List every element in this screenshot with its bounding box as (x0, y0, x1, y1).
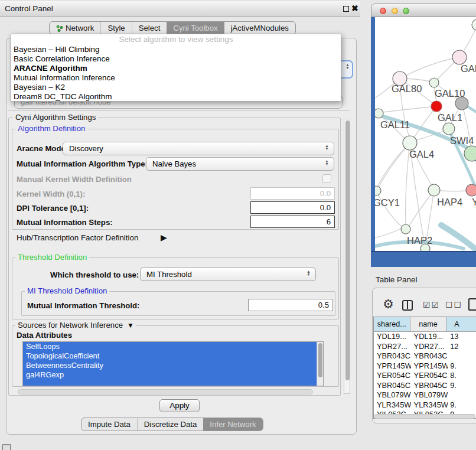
network-node[interactable] (455, 97, 468, 110)
algorithm-option-basic-correlation-inference[interactable]: Basic Correlation Inference (11, 54, 341, 64)
table-row[interactable]: YDR27...YDR27...12 (374, 342, 476, 352)
column-header-shared[interactable]: shared... (374, 317, 410, 331)
collapse-down-triangle-icon[interactable]: ▼ (125, 321, 134, 330)
network-edge[interactable] (409, 190, 434, 226)
attribute-item-betweennesscentrality[interactable]: BetweennessCentrality (23, 361, 323, 370)
table-cell[interactable] (448, 351, 476, 361)
network-node[interactable] (443, 123, 455, 135)
algorithm-option-bayesian-k2[interactable]: Bayesian – K2 (11, 83, 341, 92)
network-node[interactable] (464, 146, 476, 161)
columns-icon[interactable] (402, 300, 413, 311)
network-node[interactable] (472, 19, 476, 30)
table-row[interactable]: YER054CYER054C8. (374, 371, 476, 381)
table-cell[interactable]: YBR043C (374, 351, 411, 361)
table-cell[interactable]: YDR27... (374, 342, 411, 352)
table-cell[interactable]: YPR145W (411, 361, 448, 371)
table-cell[interactable]: YBL079W (411, 390, 448, 400)
dpi-tolerance-field[interactable]: 0.0 (250, 201, 335, 214)
network-edge[interactable] (401, 57, 459, 78)
network-edge[interactable] (375, 228, 402, 239)
table-cell[interactable] (448, 390, 476, 400)
table-hscrollbar[interactable] (374, 414, 475, 419)
network-edge[interactable] (375, 143, 410, 206)
table-cell[interactable]: 9. (448, 400, 476, 410)
table-cell[interactable]: YDL19... (374, 332, 411, 342)
unchecked-columns-icon[interactable]: ☐☐ (445, 300, 462, 309)
tab-impute-data[interactable]: Impute Data (81, 418, 137, 431)
traffic-light-zoom-icon[interactable] (403, 8, 409, 14)
table-cell[interactable]: YLR345W (411, 400, 448, 410)
network-node[interactable] (428, 184, 440, 196)
table-cell[interactable]: YBL079W (374, 390, 411, 400)
table-cell[interactable]: YPR145W (374, 361, 411, 371)
table-row[interactable]: YLR345WYLR345W9. (374, 400, 476, 410)
attribute-item-selfloops[interactable]: SelfLoops (23, 342, 323, 351)
traffic-light-minimize-icon[interactable] (392, 8, 398, 14)
settings-scrollbar[interactable] (344, 119, 350, 394)
table-cell[interactable]: YLR345W (374, 400, 411, 410)
table-cell[interactable]: YER054C (374, 371, 411, 381)
mi-threshold-field[interactable]: 0.5 (248, 299, 333, 311)
table-cell[interactable]: YBR043C (411, 351, 448, 361)
table-cell[interactable]: 9. (448, 361, 476, 371)
network-edge[interactable] (379, 143, 410, 187)
table-cell[interactable]: YBR045C (374, 381, 411, 391)
attributes-scrollbar-thumb[interactable] (318, 343, 322, 377)
network-node[interactable] (375, 186, 381, 195)
table-row[interactable]: YBL079WYBL079W (374, 390, 476, 400)
tab-network[interactable]: Network (50, 22, 100, 34)
table-row[interactable]: YDL19...YDL19...13 (374, 332, 476, 342)
network-edge[interactable] (376, 191, 402, 227)
mi-type-combo[interactable]: Naive Bayes ▲▼ (146, 157, 334, 171)
table-cell[interactable]: 13 (448, 332, 476, 342)
network-node[interactable] (431, 101, 442, 112)
which-threshold-combo[interactable]: MI Threshold ▲▼ (140, 268, 316, 281)
table-row[interactable]: YPR145WYPR145W9. (374, 361, 476, 371)
algorithm-option-mutual-information-inference[interactable]: Mutual Information Inference (11, 73, 341, 83)
network-node[interactable] (466, 184, 476, 196)
mi-steps-field[interactable]: 6 (250, 216, 335, 228)
attributes-list[interactable]: SelfLoopsTopologicalCoefficientBetweenne… (22, 341, 324, 386)
table-cell[interactable]: YER054C (411, 371, 448, 381)
table-cell[interactable]: 12 (448, 342, 476, 352)
minimized-panel-icon[interactable] (2, 444, 11, 450)
attributes-scrollbar[interactable] (317, 342, 323, 386)
attribute-item-topologicalcoefficient[interactable]: TopologicalCoefficient (23, 351, 323, 361)
gear-icon[interactable]: ⚙ (383, 297, 394, 311)
table-doc-icon[interactable] (468, 298, 476, 311)
attribute-item-partial[interactable] (23, 380, 323, 386)
algorithm-option-aracne-algorithm[interactable]: ARACNE Algorithm (11, 64, 341, 73)
tab-discretize-data[interactable]: Discretize Data (137, 418, 203, 431)
aracne-mode-combo[interactable]: Discovery ▲▼ (63, 142, 334, 155)
tab-select[interactable]: Select (132, 22, 167, 34)
table-row[interactable]: YBR043CYBR043C (374, 351, 476, 361)
settings-hscrollbar[interactable] (18, 389, 313, 394)
apply-button[interactable]: Apply (159, 399, 200, 412)
network-node[interactable] (429, 78, 439, 87)
tab-jactivemnodules[interactable]: jActiveMNodules (224, 22, 295, 34)
settings-scrollbar-thumb[interactable] (345, 120, 350, 380)
network-edge[interactable] (383, 106, 436, 112)
network-node[interactable] (403, 136, 417, 150)
table-cell[interactable]: YDL19... (411, 332, 448, 342)
column-header-name[interactable]: name (410, 317, 447, 331)
table-cell[interactable]: 8. (448, 371, 476, 381)
table-cell[interactable]: YBR045C (411, 381, 448, 391)
network-node[interactable] (375, 109, 383, 118)
table-cell[interactable]: 9. (448, 381, 476, 391)
checked-columns-icon[interactable]: ☑☑ (423, 300, 440, 309)
tab-infer-network[interactable]: Infer Network (203, 418, 262, 431)
network-node[interactable] (452, 50, 467, 64)
network-canvas[interactable]: GALGAL80GAL10GAL1GAL11SWI4GAL4GCY1HAP4YH… (375, 17, 476, 251)
column-header-a[interactable]: A (446, 317, 476, 331)
traffic-light-close-icon[interactable] (380, 8, 386, 14)
close-icon[interactable]: ✖ (351, 4, 358, 13)
algorithm-option-dream8-dc-tdc-algorithm[interactable]: Dream8 DC_TDC Algorithm (11, 92, 341, 102)
float-window-icon[interactable] (343, 6, 349, 12)
algorithm-option-bayesian-hill-climbing[interactable]: Bayesian – Hill Climbing (11, 45, 341, 54)
attribute-item-gal4rgexp[interactable]: gal4RGexp (23, 370, 323, 380)
tab-cyni-toolbox[interactable]: Cyni Toolbox (167, 22, 224, 34)
network-node[interactable] (401, 224, 410, 234)
tab-style[interactable]: Style (100, 22, 131, 34)
expand-right-triangle-icon[interactable]: ▶ (161, 233, 167, 242)
